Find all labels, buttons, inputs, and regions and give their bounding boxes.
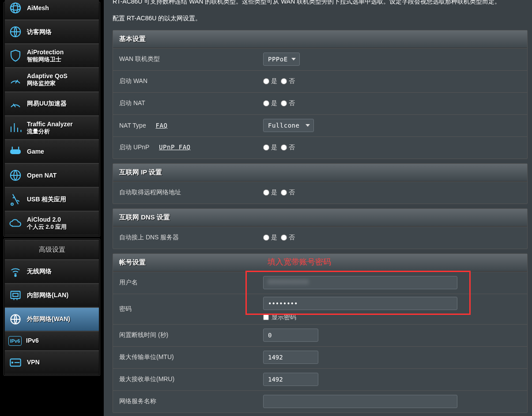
enable-nat-no[interactable]: 否	[281, 99, 295, 107]
sidebar-item-lan[interactable]: 内部网络(LAN)	[5, 284, 99, 307]
sidebar-item-sublabel: 流量分析	[27, 128, 73, 135]
enable-upnp-no[interactable]: 否	[281, 144, 295, 151]
service-name-input[interactable]	[263, 395, 457, 408]
row-enable-nat: 启动 NAT 是 否	[113, 92, 527, 114]
row-mtu: 最大传输单位(MTU)	[113, 346, 527, 368]
row-service-name: 网络服务名称	[113, 390, 527, 412]
sidebar-item-label: AiCloud 2.0	[27, 216, 67, 223]
sidebar-item-label: 无线网络	[27, 268, 52, 275]
enable-nat-yes[interactable]: 是	[263, 99, 277, 107]
sidebar-item-label: AiProtection	[27, 49, 64, 56]
sidebar-item-label: 外部网络(WAN)	[27, 315, 70, 323]
sidebar: AiMesh 访客网络 AiProtection 智能网络卫士 Adaptive…	[0, 0, 104, 416]
sidebar-item-aiprotection[interactable]: AiProtection 智能网络卫士	[5, 44, 99, 68]
enable-upnp-label: 启动 UPnP UPnP FAQ	[113, 138, 259, 157]
cloud-icon	[8, 216, 23, 230]
svg-point-9	[15, 275, 16, 276]
sidebar-item-game[interactable]: Game	[5, 140, 99, 163]
sidebar-item-uu-accelerator[interactable]: 网易UU加速器	[5, 92, 99, 116]
sidebar-item-label: 访客网络	[27, 28, 52, 36]
svg-point-14	[12, 362, 13, 363]
sidebar-item-label: Traffic Analyzer	[27, 121, 73, 128]
enable-wan-no[interactable]: 否	[281, 77, 295, 85]
sidebar-item-usb[interactable]: USB 相关应用	[5, 187, 99, 211]
enable-wan-yes[interactable]: 是	[263, 77, 277, 85]
row-mru: 最大接收单位(MRU)	[113, 368, 527, 390]
auto-ip-radio-group: 是 否	[263, 189, 295, 197]
auto-dns-no[interactable]: 否	[281, 234, 295, 242]
password-label: 密码	[113, 300, 259, 318]
sidebar-general-group: AiMesh 访客网络 AiProtection 智能网络卫士 Adaptive…	[4, 2, 100, 237]
panel-ip-header: 互联网 IP 设置	[113, 164, 527, 182]
wifi-icon	[8, 265, 23, 279]
nat-type-faq-link[interactable]: FAQ	[156, 122, 168, 129]
svg-rect-4	[10, 149, 21, 154]
sidebar-item-vpn[interactable]: VPN	[5, 351, 99, 374]
row-password: 密码 显示密码	[113, 294, 527, 324]
lan-icon	[8, 288, 23, 303]
wan-type-select[interactable]: PPPoE	[263, 53, 300, 66]
sidebar-item-aicloud[interactable]: AiCloud 2.0 个人云 2.0 应用	[5, 211, 99, 235]
nat-type-select[interactable]: Fullcone	[263, 119, 314, 132]
gamepad-icon	[8, 144, 23, 159]
panel-account-header: 帐号设置	[113, 254, 527, 272]
idle-label: 闲置断线时间 (秒)	[113, 326, 259, 344]
username-label: 用户名	[113, 273, 259, 292]
gauge-icon	[8, 73, 23, 87]
panel-account: 帐号设置 用户名 XXXXXXXXXX 密码 显示密码 闲置断线时间 (秒)	[113, 253, 528, 413]
row-wan-type: WAN 联机类型 PPPoE	[113, 48, 527, 70]
vpn-icon	[8, 355, 23, 370]
mtu-label: 最大传输单位(MTU)	[113, 348, 259, 367]
enable-wan-label: 启动 WAN	[113, 72, 259, 91]
row-enable-upnp: 启动 UPnP UPnP FAQ 是 否	[113, 136, 527, 159]
auto-ip-label: 自动取得远程网络地址	[113, 183, 259, 202]
password-input[interactable]	[263, 297, 457, 310]
row-idle: 闲置断线时间 (秒)	[113, 324, 527, 346]
svg-point-2	[13, 3, 18, 13]
idle-input[interactable]	[263, 329, 318, 342]
sidebar-item-traffic-analyzer[interactable]: Traffic Analyzer 流量分析	[5, 116, 99, 140]
usb-icon	[8, 192, 23, 206]
sidebar-advanced-header: 高级设置	[5, 240, 99, 260]
sidebar-item-wan[interactable]: 外部网络(WAN)	[5, 307, 99, 331]
description-line-2: 配置 RT-AC86U 的以太网设置。	[113, 13, 528, 24]
sidebar-item-wireless[interactable]: 无线网络	[5, 260, 99, 284]
globe-icon	[8, 312, 23, 326]
username-masked: XXXXXXXXXX	[268, 278, 309, 285]
row-nat-type: NAT Type FAQ Fullcone	[113, 114, 527, 136]
auto-ip-no[interactable]: 否	[281, 189, 295, 197]
sidebar-item-label: VPN	[27, 359, 40, 366]
nat-type-label: NAT Type FAQ	[113, 117, 259, 134]
sidebar-item-guest-network[interactable]: 访客网络	[5, 20, 99, 44]
sidebar-advanced-group: 高级设置 无线网络 内部网络(LAN) 外部网络(WAN) IPv6 IPv6	[4, 238, 100, 376]
svg-rect-5	[12, 147, 13, 149]
mru-input[interactable]	[263, 373, 318, 386]
show-password-label: 显示密码	[272, 314, 296, 321]
svg-rect-11	[13, 293, 18, 296]
auto-dns-yes[interactable]: 是	[263, 234, 277, 242]
sidebar-item-label: AiMesh	[27, 4, 49, 12]
service-name-label: 网络服务名称	[113, 392, 259, 411]
sidebar-item-aimesh[interactable]: AiMesh	[5, 0, 99, 20]
svg-point-1	[11, 6, 21, 10]
svg-rect-6	[18, 147, 19, 149]
mru-label: 最大接收单位(MRU)	[113, 370, 259, 389]
show-password-checkbox[interactable]	[263, 314, 269, 320]
sidebar-item-open-nat[interactable]: Open NAT	[5, 163, 99, 187]
description-line-1: RT-AC86U 可支持数种连结 WAN 的联机类型。这些类型可从 WAN 联机…	[113, 0, 528, 7]
upnp-faq-link[interactable]: UPnP FAQ	[159, 144, 190, 151]
svg-point-8	[11, 203, 13, 205]
auto-dns-radio-group: 是 否	[263, 234, 295, 242]
sidebar-item-label: 网易UU加速器	[27, 100, 67, 107]
row-username: 用户名 XXXXXXXXXX	[113, 272, 527, 294]
sidebar-item-adaptive-qos[interactable]: Adaptive QoS 网络监控家	[5, 68, 99, 91]
main-content: RT-AC86U 可支持数种连结 WAN 的联机类型。这些类型可从 WAN 联机…	[104, 0, 532, 416]
ipv6-icon: IPv6	[8, 336, 22, 346]
chart-icon	[8, 121, 23, 135]
sidebar-item-label: Adaptive QoS	[27, 72, 68, 80]
sidebar-item-ipv6[interactable]: IPv6 IPv6	[5, 331, 99, 351]
mtu-input[interactable]	[263, 351, 318, 364]
enable-upnp-yes[interactable]: 是	[263, 144, 277, 151]
auto-dns-label: 自动接上 DNS 服务器	[113, 228, 259, 247]
auto-ip-yes[interactable]: 是	[263, 189, 277, 197]
